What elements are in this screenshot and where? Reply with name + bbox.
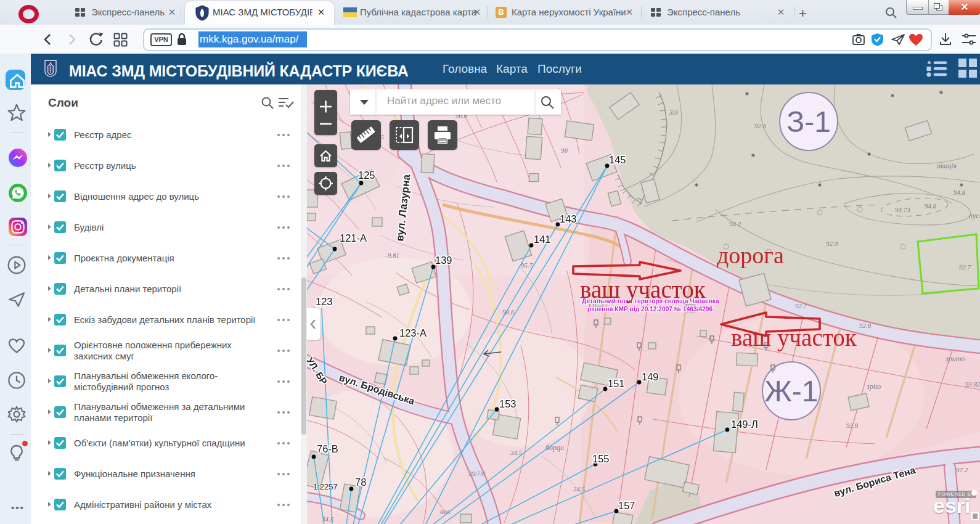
- svg-text:94.8: 94.8: [953, 189, 966, 196]
- svg-text:зрито: зрито: [945, 354, 965, 363]
- svg-text:95.7: 95.7: [521, 261, 533, 269]
- svg-text:93.82: 93.82: [965, 380, 980, 388]
- svg-text:151: 151: [608, 378, 625, 389]
- svg-text:123-А: 123-А: [399, 327, 427, 338]
- svg-text:акація: акація: [937, 162, 957, 170]
- svg-text:зрito: зрito: [866, 382, 881, 391]
- svg-text:39/74i: 39/74i: [468, 470, 486, 477]
- svg-text:125: 125: [358, 170, 375, 181]
- svg-text:98: 98: [561, 147, 568, 154]
- svg-text:149-Л: 149-Л: [731, 419, 758, 430]
- svg-text:34.5: 34.5: [321, 515, 334, 523]
- svg-text:З-1: З-1: [786, 105, 831, 138]
- svg-text:93.8: 93.8: [846, 422, 859, 429]
- svg-text:121-А: 121-А: [340, 232, 367, 244]
- svg-text:рішення КМР від 20.12.2007 № 1: рішення КМР від 20.12.2007 № 1463/4296: [587, 306, 713, 313]
- svg-text:143: 143: [560, 213, 577, 224]
- svg-text:92.7: 92.7: [795, 302, 807, 309]
- svg-text:98.6: 98.6: [502, 308, 515, 316]
- svg-text:139: 139: [435, 255, 452, 266]
- svg-text:92.8: 92.8: [859, 322, 872, 329]
- svg-text:пусп: пусп: [969, 211, 980, 220]
- svg-text:ваш участок: ваш участок: [731, 324, 857, 351]
- svg-text:3/3: 3/3: [669, 108, 679, 116]
- svg-text:157: 157: [618, 500, 635, 511]
- svg-text:92.7: 92.7: [959, 263, 971, 271]
- svg-text:149: 149: [642, 371, 659, 382]
- svg-text:Ж-1: Ж-1: [765, 375, 819, 407]
- svg-text:94.73: 94.73: [895, 206, 910, 213]
- svg-text:94 2: 94 2: [729, 220, 741, 227]
- svg-text:дорога: дорога: [717, 242, 784, 268]
- svg-text:97.2: 97.2: [956, 466, 968, 473]
- svg-text:153: 153: [499, 398, 517, 409]
- svg-text:141: 141: [534, 234, 551, 245]
- svg-text:борqu: борqu: [545, 443, 564, 452]
- svg-text:кол.: кол.: [440, 507, 452, 516]
- svg-text:76-В: 76-В: [317, 443, 338, 454]
- svg-text:34.5: 34.5: [573, 485, 586, 493]
- svg-text:34.5: 34.5: [510, 449, 523, 456]
- svg-text:78: 78: [355, 477, 366, 488]
- svg-text:155: 155: [592, 453, 610, 464]
- svg-text:92.9: 92.9: [826, 240, 838, 247]
- svg-text:123: 123: [316, 296, 333, 307]
- svg-text:92.6: 92.6: [754, 122, 767, 129]
- svg-text:145: 145: [609, 154, 626, 165]
- svg-text:ваш участок: ваш участок: [580, 276, 706, 303]
- svg-text:94.8: 94.8: [925, 202, 937, 210]
- svg-text:-9.81: -9.81: [385, 252, 399, 259]
